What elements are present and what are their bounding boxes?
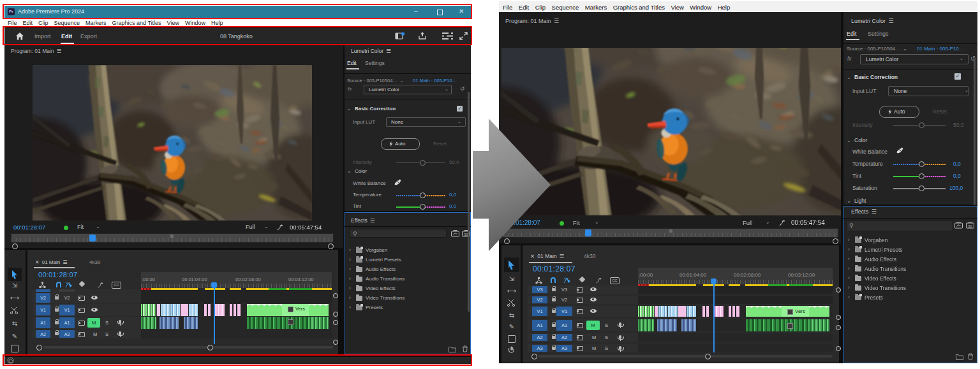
- svg-text:32: 32: [968, 224, 972, 228]
